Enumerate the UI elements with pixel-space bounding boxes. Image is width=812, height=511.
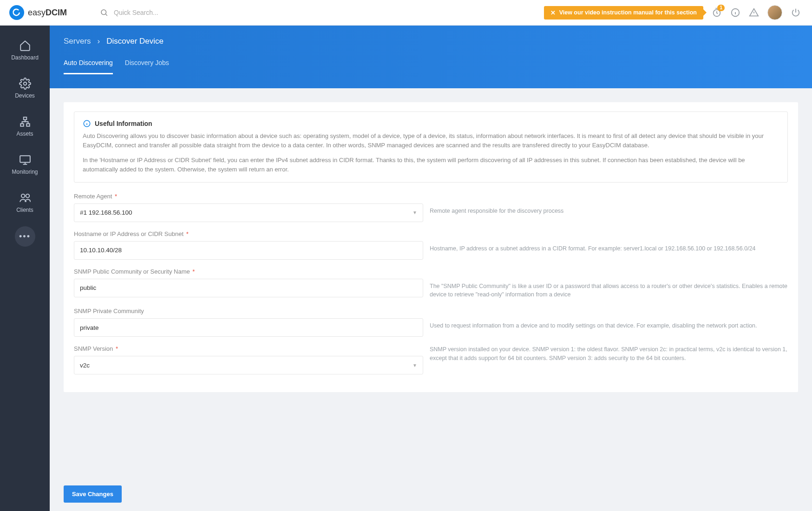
svg-point-0 [101,10,106,15]
power-icon[interactable] [791,7,801,18]
snmp-version-label: SNMP Version * [74,345,423,352]
timer-icon[interactable]: 1 [712,7,722,18]
snmp-private-input[interactable] [80,324,417,331]
breadcrumb-parent[interactable]: Servers [64,37,91,46]
sidebar-item-clients[interactable]: Clients [0,183,50,222]
save-bar: Save Changes [50,477,812,511]
breadcrumb-current: Discover Device [106,37,164,46]
svg-rect-7 [20,156,30,162]
remote-agent-label: Remote Agent * [74,193,423,200]
snmp-public-help: The "SNMP Public Community" is like a us… [430,268,788,300]
chevron-down-icon: ▼ [413,210,417,215]
remote-agent-select[interactable]: #1 192.168.56.100 ▼ [74,203,423,222]
form-row-remote-agent: Remote Agent * #1 192.168.56.100 ▼ Remot… [74,193,788,222]
remote-agent-help: Remote agent responsible for the discove… [430,193,788,216]
info-circle-icon [83,119,91,128]
logo-mark-icon [9,5,24,20]
sidebar-item-devices[interactable]: Devices [0,69,50,107]
svg-rect-6 [26,124,30,126]
form-row-hostname: Hostname or IP Address or CIDR Subnet * … [74,230,788,260]
sidebar-more: ••• [0,226,50,247]
form-row-snmp-public: SNMP Public Community or Security Name *… [74,268,788,300]
logo-text: easyDCIM [28,8,67,18]
page-header: Servers › Discover Device Auto Discoveri… [50,26,812,88]
notification-badge: 1 [717,5,725,11]
svg-rect-5 [20,124,24,126]
search-icon [100,8,108,17]
banner-text: View our video instruction manual for th… [559,9,697,16]
avatar[interactable] [767,5,782,20]
sidebar: Dashboard Devices Assets Monitoring Clie… [0,26,50,511]
snmp-version-value: v2c [80,362,90,369]
breadcrumb: Servers › Discover Device [50,26,812,46]
monitor-icon [19,154,31,166]
sidebar-item-label: Dashboard [11,54,39,61]
info-title: Useful Information [83,119,779,128]
home-icon [19,39,31,52]
sidebar-item-label: Assets [16,131,33,137]
svg-rect-4 [23,117,26,119]
sidebar-item-monitoring[interactable]: Monitoring [0,145,50,183]
snmp-version-help: SNMP version installed on your device. S… [430,345,788,363]
hostname-input[interactable] [80,247,417,254]
info-paragraph-1: Auto Discovering allows you to discover … [83,131,779,150]
close-icon[interactable]: ✕ [550,9,556,16]
hostname-label: Hostname or IP Address or CIDR Subnet * [74,230,423,237]
snmp-version-select[interactable]: v2c ▼ [74,356,423,374]
form-card: Useful Information Auto Discovering allo… [64,102,798,392]
more-icon[interactable]: ••• [15,226,35,247]
gear-icon [19,78,31,90]
form-row-snmp-version: SNMP Version * v2c ▼ SNMP version instal… [74,345,788,374]
info-icon[interactable] [730,7,740,18]
snmp-public-input-wrap [74,279,423,297]
hostname-input-wrap [74,241,423,260]
sidebar-item-label: Clients [16,207,33,213]
chevron-down-icon: ▼ [413,363,417,368]
header-right: ✕ View our video instruction manual for … [544,5,812,20]
hostname-help: Hostname, IP address or a subnet address… [430,230,788,253]
snmp-public-label: SNMP Public Community or Security Name * [74,268,423,275]
sidebar-item-label: Devices [15,92,35,99]
snmp-private-input-wrap [74,318,423,337]
snmp-private-label: SNMP Private Community [74,308,423,314]
save-button[interactable]: Save Changes [64,485,122,503]
sidebar-item-assets[interactable]: Assets [0,107,50,145]
video-instruction-banner[interactable]: ✕ View our video instruction manual for … [544,6,703,20]
snmp-public-input[interactable] [80,284,417,291]
snmp-private-help: Used to request information from a devic… [430,308,788,330]
search-input[interactable] [114,9,253,16]
logo[interactable]: easyDCIM [0,5,95,20]
content: Useful Information Auto Discovering allo… [50,88,812,511]
sidebar-item-label: Monitoring [12,169,38,175]
users-icon [19,192,31,204]
form-row-snmp-private: SNMP Private Community Used to request i… [74,308,788,337]
svg-point-8 [21,194,25,198]
top-header: easyDCIM ✕ View our video instruction ma… [0,0,812,26]
chevron-right-icon: › [98,37,100,46]
svg-point-3 [23,82,26,85]
sidebar-item-dashboard[interactable]: Dashboard [0,31,50,69]
tabs: Auto Discovering Discovery Jobs [50,59,812,74]
tab-auto-discovering[interactable]: Auto Discovering [64,59,113,74]
svg-point-9 [26,194,29,198]
alert-icon[interactable] [749,7,759,18]
info-box: Useful Information Auto Discovering allo… [74,111,788,183]
info-paragraph-2: In the 'Hostname or IP Address or CIDR S… [83,156,779,174]
remote-agent-value: #1 192.168.56.100 [80,209,132,216]
search-area [95,8,544,17]
tab-discovery-jobs[interactable]: Discovery Jobs [125,59,169,74]
sitemap-icon [19,116,31,128]
